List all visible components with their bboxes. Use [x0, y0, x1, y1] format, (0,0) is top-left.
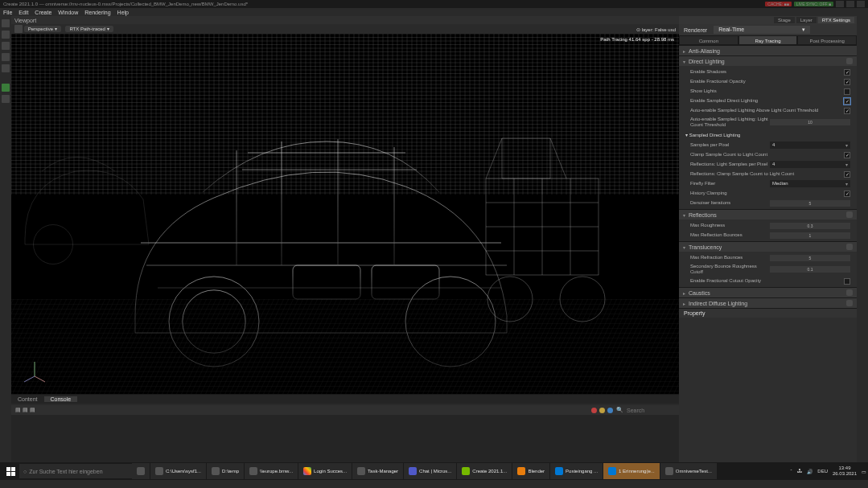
cache-badge: CACHE: ■■ — [765, 2, 791, 6]
taskbar-item[interactable]: Posteingang ... — [550, 463, 603, 479]
taskbar-item[interactable]: D:\temp — [207, 463, 244, 479]
sampled-direct-lighting-header[interactable]: ▾ Sampled Direct Lighting — [685, 130, 850, 139]
maximize-button[interactable] — [846, 1, 854, 7]
taskbar-item[interactable]: Chat | Micros... — [404, 463, 456, 479]
start-button[interactable] — [2, 463, 19, 479]
scrollbar-track[interactable] — [857, 16, 868, 462]
console-folder-icons[interactable]: ▤ ▤ ▤ — [15, 407, 35, 413]
indirect-diffuse-section[interactable]: ▸Indirect Diffuse Lighting — [679, 298, 857, 308]
tray-time: 13:49 — [833, 465, 857, 471]
gear-icon[interactable] — [846, 58, 853, 64]
history-clamping-checkbox[interactable] — [844, 191, 850, 197]
console-search-input[interactable] — [627, 408, 675, 413]
stage-tab[interactable]: Stage — [774, 17, 795, 23]
refl-clamp-checkbox[interactable] — [844, 171, 850, 178]
max-roughness-slider[interactable]: 0.3 — [770, 223, 850, 229]
system-tray[interactable]: ˄ 🖧 🔊 DEU 13:49 26.03.2021 ▭ — [790, 465, 866, 477]
livesync-badge[interactable]: LIVE SYNC: OFF ■ — [794, 2, 833, 6]
taskbar-item[interactable]: \\europe.bmw... — [245, 463, 298, 479]
taskbar-item[interactable]: C:\Users\sysf1... — [150, 463, 206, 479]
taskbar-item[interactable]: Task-Manager — [352, 463, 403, 479]
minimize-button[interactable] — [836, 1, 844, 7]
task-view-button[interactable] — [132, 463, 150, 479]
tray-sound-icon[interactable]: 🔊 — [807, 469, 812, 474]
viewport-canvas[interactable]: Path Tracing 41.64 spp - 28.98 ms — [11, 34, 679, 394]
menu-rendering[interactable]: Rendering — [84, 10, 110, 15]
move-tool-icon[interactable] — [2, 31, 10, 39]
show-lights-checkbox[interactable] — [844, 88, 850, 95]
console-tabs: Content Console — [11, 395, 679, 404]
postprocessing-subtab[interactable]: Post Processing — [797, 35, 857, 45]
close-button[interactable] — [857, 1, 865, 7]
secondary-roughness-slider[interactable]: 0.1 — [770, 266, 850, 273]
content-tab[interactable]: Content — [11, 396, 44, 402]
stop-tool-icon[interactable] — [2, 95, 10, 103]
firefly-dropdown[interactable]: Median▾ — [770, 180, 850, 187]
menubar: File Edit Create Window Rendering Help — [0, 8, 868, 16]
render-mode-dropdown[interactable]: RTX Path-traced ▾ — [65, 26, 113, 32]
auto-above-checkbox[interactable] — [844, 108, 850, 114]
caustics-section[interactable]: ▸Caustics — [679, 288, 857, 297]
tray-network-icon[interactable]: 🖧 — [797, 469, 802, 474]
taskbar-item[interactable]: Login Succes... — [298, 463, 352, 479]
denoiser-iterations-slider[interactable]: 5 — [770, 200, 850, 207]
select-tool-icon[interactable] — [2, 19, 10, 27]
clamp-sample-checkbox[interactable] — [844, 152, 850, 158]
taskbar-item[interactable]: Blender — [512, 463, 549, 479]
filter-error-icon[interactable] — [591, 408, 597, 413]
play-tool-icon[interactable] — [2, 84, 10, 92]
samples-per-pixel-dropdown[interactable]: 4▾ — [770, 141, 850, 149]
gear-icon[interactable] — [846, 244, 853, 250]
menu-help[interactable]: Help — [117, 10, 129, 15]
globe-icon[interactable] — [14, 25, 23, 33]
enable-shadows-checkbox[interactable] — [844, 69, 850, 76]
camera-dropdown[interactable]: Perspective ▾ — [24, 26, 61, 32]
rtx-settings-tab[interactable]: RTX Settings — [818, 17, 854, 23]
rotate-tool-icon[interactable] — [2, 42, 10, 50]
filter-warn-icon[interactable] — [599, 408, 605, 413]
raytracing-subtab[interactable]: Ray Tracing — [738, 35, 798, 45]
max-reflection-bounces-slider[interactable]: 1 — [770, 232, 850, 239]
fractional-cutout-checkbox[interactable] — [844, 278, 850, 285]
svg-rect-1 — [11, 34, 679, 195]
enable-sampled-checkbox[interactable] — [844, 98, 850, 105]
anti-aliasing-section[interactable]: ▸Anti-Aliasing — [679, 46, 857, 55]
taskbar-search[interactable]: ○ Zur Suche Text hier eingeben — [19, 464, 132, 478]
console-tab[interactable]: Console — [44, 396, 78, 402]
viewport-tab[interactable]: Viewport — [11, 16, 679, 24]
taskbar-item[interactable]: OmniverseTest... — [660, 463, 717, 479]
common-subtab[interactable]: Common — [679, 35, 738, 45]
fractional-opacity-checkbox[interactable] — [844, 79, 850, 85]
console-output[interactable] — [11, 415, 679, 462]
svg-rect-2 — [11, 299, 679, 394]
filter-info-icon[interactable] — [607, 408, 613, 413]
taskbar-item[interactable]: Create 2021.1... — [457, 463, 512, 479]
taskbar-item[interactable]: 1 Erinnerung(e... — [603, 463, 660, 479]
windows-taskbar: ○ Zur Suche Text hier eingeben C:\Users\… — [0, 462, 868, 480]
layer-indicator: ⊙ layer: False usd — [636, 27, 676, 32]
property-tab[interactable]: Property — [679, 308, 857, 318]
menu-window[interactable]: Window — [58, 10, 78, 15]
renderer-dropdown[interactable]: Real-Time ▾ — [714, 26, 810, 34]
gear-icon[interactable] — [846, 300, 853, 306]
menu-file[interactable]: File — [3, 10, 12, 15]
snap-tool-icon[interactable] — [2, 64, 10, 72]
renderer-row: Renderer Real-Time ▾ — [679, 24, 857, 35]
reflections-section[interactable]: ▾Reflections — [679, 210, 857, 219]
translucency-section[interactable]: ▾Translucency — [679, 242, 857, 252]
direct-lighting-section[interactable]: ▾Direct Lighting — [679, 56, 857, 66]
layer-tab[interactable]: Layer — [796, 17, 817, 23]
viewport-stats: Path Tracing 41.64 spp - 28.98 ms — [600, 37, 674, 42]
light-count-threshold-slider[interactable]: 10 — [770, 119, 850, 125]
max-refraction-slider[interactable]: 5 — [770, 255, 850, 261]
menu-edit[interactable]: Edit — [19, 10, 28, 15]
menu-create[interactable]: Create — [35, 10, 51, 15]
gear-icon[interactable] — [846, 211, 853, 218]
refl-light-samples-dropdown[interactable]: 4▾ — [770, 161, 850, 168]
tray-chevron-icon[interactable]: ˄ — [790, 469, 792, 474]
tray-language[interactable]: DEU — [817, 469, 828, 474]
window-titlebar: Create 2021.1.0 — omniverse://mv-nucleus… — [0, 0, 868, 8]
gear-icon[interactable] — [846, 289, 853, 296]
notifications-icon[interactable]: ▭ — [862, 469, 866, 474]
scale-tool-icon[interactable] — [2, 53, 10, 61]
